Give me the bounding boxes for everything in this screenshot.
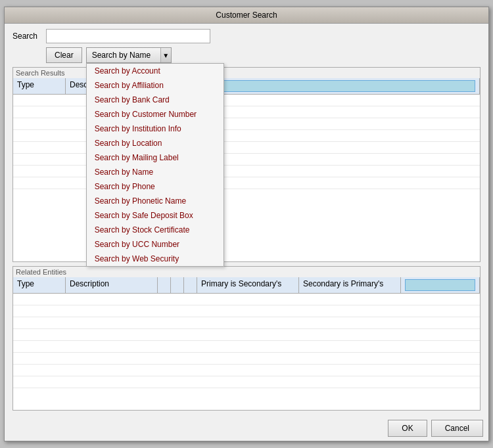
table-row: [13, 317, 480, 329]
col-header-primary: Primary is Secondary's: [197, 277, 299, 293]
table-row: [13, 365, 480, 376]
dropdown-item-stock-certificate[interactable]: Search by Stock Certificate: [87, 223, 223, 237]
related-entities-section: Related Entities Type Description Primar…: [12, 266, 481, 411]
title-bar: Customer Search: [5, 7, 488, 24]
dropdown-arrow-icon[interactable]: ▼: [160, 48, 171, 62]
search-results-body: [13, 95, 480, 261]
dropdown-selected-label: Search by Name: [92, 51, 151, 60]
search-row: Search: [12, 29, 481, 43]
table-row: [13, 118, 480, 130]
table-row: [13, 154, 480, 166]
dropdown-item-mailing-label[interactable]: Search by Mailing Label: [87, 150, 223, 165]
dropdown-item-account[interactable]: Search by Account: [87, 64, 223, 78]
table-row: [13, 305, 480, 317]
col-header-sep1: [158, 277, 171, 293]
table-row: [13, 106, 480, 118]
search-type-dropdown-wrapper: Search by Name ▼ Search by Account Searc…: [86, 47, 172, 63]
related-entities-header: Type Description Primary is Secondary's …: [13, 277, 480, 294]
ok-button[interactable]: OK: [388, 420, 427, 437]
table-row: [13, 95, 480, 106]
table-row: [13, 353, 480, 365]
related-entities-label: Related Entities: [13, 267, 480, 277]
search-results-section: Search Results Type Description: [12, 67, 481, 262]
button-row: Clear Search by Name ▼ Search by Account…: [46, 47, 481, 63]
search-type-dropdown[interactable]: Search by Name ▼: [86, 47, 172, 63]
dropdown-item-name[interactable]: Search by Name: [87, 165, 223, 179]
table-row: [13, 166, 480, 177]
table-row: [13, 294, 480, 305]
table-row: [13, 142, 480, 154]
dropdown-item-safe-deposit-box[interactable]: Search by Safe Deposit Box: [87, 208, 223, 223]
cancel-button[interactable]: Cancel: [431, 420, 483, 437]
table-row: [13, 130, 480, 142]
col-header-sep2: [171, 277, 184, 293]
main-content: Search Clear Search by Name ▼ Search by …: [5, 24, 488, 416]
dropdown-item-web-security[interactable]: Search by Web Security: [87, 252, 223, 266]
dropdown-item-phonetic-name[interactable]: Search by Phonetic Name: [87, 194, 223, 208]
dropdown-item-ucc-number[interactable]: Search by UCC Number: [87, 237, 223, 252]
col-header-secondary: Secondary is Primary's: [299, 277, 401, 293]
search-input[interactable]: [46, 29, 210, 43]
table-row: [13, 376, 480, 388]
table-row: [13, 341, 480, 353]
col-header-type: Type: [13, 78, 66, 94]
clear-button[interactable]: Clear: [46, 47, 82, 63]
dropdown-item-location[interactable]: Search by Location: [87, 136, 223, 150]
col-header-rest: [197, 78, 480, 94]
search-results-header: Type Description: [13, 78, 480, 95]
search-results-label: Search Results: [13, 68, 480, 78]
dropdown-item-affiliation[interactable]: Search by Affiliation: [87, 78, 223, 93]
col-header-rel-type: Type: [13, 277, 66, 293]
customer-search-window: Customer Search Search Clear Search by N…: [4, 7, 489, 441]
dropdown-item-customer-number[interactable]: Search by Customer Number: [87, 107, 223, 122]
col-header-rel-rest: [401, 277, 480, 293]
dropdown-item-phone[interactable]: Search by Phone: [87, 179, 223, 194]
search-label: Search: [12, 32, 42, 41]
dropdown-item-bank-card[interactable]: Search by Bank Card: [87, 93, 223, 107]
related-entities-body: [13, 294, 480, 410]
window-title: Customer Search: [216, 11, 277, 20]
col-header-rel-description: Description: [66, 277, 158, 293]
dropdown-item-institution-info[interactable]: Search by Institution Info: [87, 122, 223, 136]
footer: OK Cancel: [5, 416, 488, 441]
table-row: [13, 329, 480, 341]
col-header-sep3: [184, 277, 197, 293]
dropdown-menu: Search by Account Search by Affiliation …: [86, 63, 224, 267]
table-row: [13, 177, 480, 189]
